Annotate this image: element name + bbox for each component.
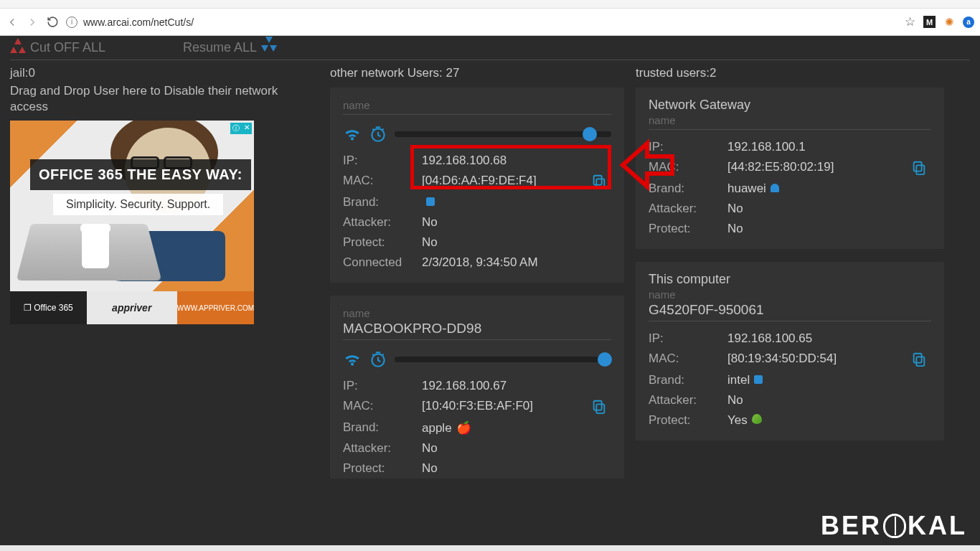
device-name: MACBOOKPRO-DD98 [343,321,611,336]
svg-rect-7 [914,162,922,171]
protect-label: Protect: [649,413,727,428]
gateway-title: Network Gateway [649,98,931,113]
jail-description: Drag and Drop User here to Disable their… [10,83,319,115]
extension-m-icon[interactable]: M [923,16,936,28]
ad-cta: WWW.APPRIVER.COM [177,291,254,324]
user-card-1[interactable]: name IP:192.168.100.68 MAC:[04:D6:AA:F9:… [330,88,624,283]
ad-headline: OFFICE 365 THE EASY WAY: [30,159,251,190]
apple-icon: 🍎 [456,420,471,435]
ad-info-icon[interactable]: ⓘ [230,123,242,134]
mac-value: [44:82:E5:80:02:19] [727,160,911,176]
resume-label: Resume ALL [183,40,257,55]
connected-value: 2/3/2018, 9:34:50 AM [422,255,591,270]
watermark: BER KAL [821,511,967,541]
user-card-2[interactable]: name MACBOOKPRO-DD98 IP:192.168.100.67 M… [330,296,624,479]
mac-value: [80:19:34:50:DD:54] [727,352,911,367]
intel-icon [754,375,763,384]
ip-value: 192.168.100.1 [727,140,911,154]
forward-icon[interactable] [26,16,39,29]
mac-value: [10:40:F3:EB:AF:F0] [422,399,591,415]
brand-value: huawei [727,182,911,196]
browser-titlebar [0,0,980,9]
attacker-label: Attacker: [649,393,727,408]
trusted-users-header: trusted users:2 [636,66,944,80]
svg-rect-4 [596,404,604,413]
svg-rect-5 [594,401,602,410]
protect-value: No [422,461,591,476]
cutoff-all-button[interactable]: Cut OFF ALL [10,40,105,56]
attacker-value: No [422,441,591,456]
reload-icon[interactable] [46,16,59,29]
extension-a-icon[interactable]: a [963,17,974,28]
ad-subline: Simplicity. Security. Support. [53,194,223,215]
ip-value: 192.168.100.68 [422,154,591,168]
resume-all-button[interactable]: Resume ALL [183,40,277,56]
brand-value [422,195,591,209]
ip-value: 192.168.100.67 [422,379,591,393]
back-icon[interactable] [6,16,19,29]
ad-banner[interactable]: ⓘ✕ OFFICE 365 THE EASY WAY: Simplicity. … [10,121,254,324]
svg-rect-9 [914,354,922,363]
shield-icon [752,414,762,424]
protect-label: Protect: [343,235,422,250]
brand-label: Brand: [343,420,422,435]
mac-label: MAC: [649,160,727,176]
other-users-column: other network Users: 27 name IP:192.168.… [330,66,624,545]
site-info-icon[interactable]: i [66,17,77,28]
protect-value: Yes [727,413,911,428]
ad-logo-office: ❐ Office 365 [10,291,87,324]
cutoff-icon [10,40,26,56]
cutoff-label: Cut OFF ALL [30,40,105,55]
wifi-icon[interactable] [343,350,362,369]
watermark-text-a: BER [821,511,882,541]
attacker-label: Attacker: [343,441,422,456]
ad-close-icon[interactable]: ✕ [242,123,252,134]
trusted-users-column: trusted users:2 Network Gateway name IP:… [636,66,944,545]
gateway-card[interactable]: Network Gateway name IP:192.168.100.1 MA… [636,88,944,249]
attacker-value: No [727,202,911,216]
watermark-text-b: KAL [908,511,967,541]
connected-label: Connected [343,255,422,270]
clock-icon[interactable] [369,350,387,369]
attacker-label: Attacker: [649,202,727,216]
svg-rect-8 [916,357,924,366]
protect-value: No [727,222,911,236]
jail-title: jail:0 [10,66,319,80]
url-text: www.arcai.com/netCut/s/ [83,17,194,28]
bulb-icon [883,514,906,538]
speed-slider[interactable] [395,357,611,362]
copy-icon[interactable] [591,399,607,415]
extension-gear-icon[interactable]: ✺ [943,17,955,28]
mac-label: MAC: [343,174,422,189]
url-field[interactable]: i www.arcai.com/netCut/s/ [66,12,897,32]
brand-value: apple🍎 [422,420,591,435]
protect-value: No [422,235,591,250]
protect-label: Protect: [343,461,422,476]
mac-value: [04:D6:AA:F9:DE:F4] [422,174,591,189]
speed-slider[interactable] [395,131,611,137]
star-icon[interactable]: ☆ [904,17,915,28]
name-label: name [343,99,611,111]
attacker-label: Attacker: [343,215,422,230]
other-users-header: other network Users: 27 [330,66,624,80]
thispc-title: This computer [649,272,931,287]
resume-icon [261,40,277,56]
clock-icon[interactable] [369,125,387,143]
ip-label: IP: [649,331,727,346]
ip-label: IP: [343,379,422,393]
ad-logo-appriver: appriver [87,291,177,324]
copy-icon[interactable] [591,174,607,189]
brand-value: intel [727,373,911,387]
browser-address-bar: i www.arcai.com/netCut/s/ ☆ M ✺ a [0,9,980,36]
attacker-value: No [727,393,911,408]
protect-label: Protect: [649,222,727,236]
brand-label: Brand: [649,373,727,387]
copy-icon[interactable] [911,160,927,176]
brand-icon [426,197,435,206]
svg-rect-1 [596,179,604,188]
thispc-card[interactable]: This computer name G4520F0F-950061 IP:19… [636,262,944,441]
bottom-strip [0,545,980,551]
copy-icon[interactable] [911,352,927,367]
wifi-icon[interactable] [343,125,362,143]
name-label: name [343,307,611,319]
